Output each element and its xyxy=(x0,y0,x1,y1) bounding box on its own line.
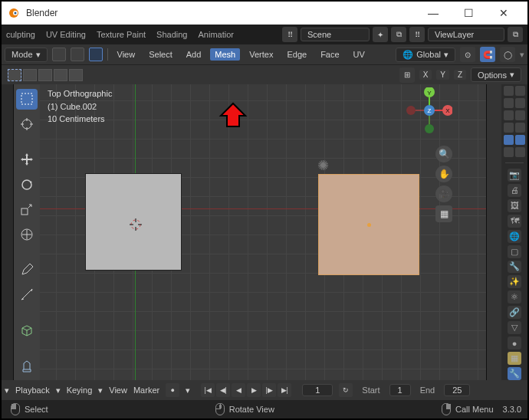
timeline-menu[interactable]: View xyxy=(109,386,127,395)
sel-face-icon[interactable] xyxy=(89,48,103,61)
prop-object-icon[interactable]: ▢ xyxy=(508,245,521,258)
autokey-icon[interactable]: ● xyxy=(166,383,179,397)
n-panel-toggle[interactable] xyxy=(486,84,501,380)
restrict-icon[interactable] xyxy=(504,110,514,120)
scene-field[interactable]: Scene xyxy=(307,30,331,39)
selmode-invert-icon[interactable] xyxy=(54,69,67,81)
restrict-icon[interactable] xyxy=(504,86,514,96)
restrict-icon[interactable] xyxy=(515,98,525,108)
propedit-icon[interactable]: ◯ xyxy=(500,47,515,62)
keyframe-prev-icon[interactable]: ◀| xyxy=(216,383,230,397)
prop-modifiers-icon[interactable]: 🔧 xyxy=(508,261,521,274)
transport-icon[interactable]: ↻ xyxy=(339,383,353,397)
ws-tab[interactable]: Shading xyxy=(156,30,187,39)
restrict-icon[interactable] xyxy=(504,123,514,133)
region-toggle-left[interactable] xyxy=(2,84,14,380)
minimize-button[interactable]: — xyxy=(416,2,451,25)
prop-world-icon[interactable]: 🌐 xyxy=(508,230,521,243)
prop-texture-icon[interactable]: ▦ xyxy=(508,352,521,365)
zoom-icon[interactable]: 🔍 xyxy=(435,146,452,162)
gizmo-vis-icon[interactable]: ⊞ xyxy=(399,67,415,83)
sel-vertex-icon[interactable] xyxy=(52,48,66,61)
jump-start-icon[interactable]: |◀ xyxy=(201,383,215,397)
axis-y-button[interactable]: Y xyxy=(436,70,449,80)
tool-annotate[interactable] xyxy=(16,260,38,281)
orientation-dropdown[interactable]: 🌐 Global ▾ xyxy=(396,48,455,62)
prop-constraints-icon[interactable]: 🔗 xyxy=(508,306,521,319)
tool-move[interactable] xyxy=(16,149,38,170)
browse-layer-icon[interactable]: ⠿ xyxy=(409,27,425,42)
menu-vertex[interactable]: Vertex xyxy=(245,48,278,61)
camera-view-icon[interactable]: 🎥 xyxy=(435,185,452,202)
copy-layer-icon[interactable]: ⧉ xyxy=(508,27,523,42)
pan-icon[interactable]: ✋ xyxy=(435,166,452,182)
snap-icon[interactable]: 🧲 xyxy=(480,47,495,62)
timeline-menu[interactable]: Keying xyxy=(67,386,93,395)
ws-tab[interactable]: UV Editing xyxy=(46,30,86,39)
tool-measure[interactable] xyxy=(16,284,38,305)
perspective-toggle-icon[interactable]: ▦ xyxy=(435,205,452,222)
restrict-icon[interactable] xyxy=(515,147,525,157)
ws-tab[interactable]: Texture Paint xyxy=(97,30,146,39)
menu-view[interactable]: View xyxy=(113,48,140,61)
tool-add-cube[interactable] xyxy=(16,320,38,340)
mode-dropdown[interactable]: Mode ▾ xyxy=(5,48,48,62)
selmode-new-icon[interactable] xyxy=(8,69,21,81)
selmode-intersect-icon[interactable] xyxy=(69,69,83,81)
ws-tab[interactable]: culpting xyxy=(6,30,35,39)
viewlayer-field[interactable]: ViewLayer xyxy=(435,30,474,39)
ws-tab[interactable]: Animatior xyxy=(198,30,233,39)
light-icon[interactable]: ✺ xyxy=(317,157,329,174)
frame-field[interactable]: 1 xyxy=(302,384,333,396)
object-cube-2[interactable] xyxy=(318,174,419,275)
pivot-icon[interactable]: ⊙ xyxy=(460,47,475,62)
tool-extrude[interactable] xyxy=(16,355,38,376)
tool-cursor[interactable] xyxy=(16,114,38,135)
axis-x-button[interactable]: X xyxy=(419,70,432,80)
axis-z-button[interactable]: Z xyxy=(454,70,466,80)
menu-add[interactable]: Add xyxy=(182,48,206,61)
restrict-icon[interactable] xyxy=(504,98,514,108)
close-button[interactable]: ✕ xyxy=(486,2,521,25)
prop-scene-icon[interactable]: 🗺 xyxy=(508,215,521,228)
tool-transform[interactable] xyxy=(16,224,38,244)
menu-mesh[interactable]: Mesh xyxy=(210,48,240,61)
start-field[interactable]: 1 xyxy=(389,384,411,396)
prop-active-tool-icon[interactable]: 🔧 xyxy=(508,367,521,380)
restrict-icon[interactable] xyxy=(515,86,525,96)
restrict-icon[interactable] xyxy=(515,110,525,120)
timeline-menu[interactable]: Playback xyxy=(15,386,50,395)
restrict-icon[interactable] xyxy=(515,135,525,145)
end-field[interactable]: 25 xyxy=(444,384,470,396)
prop-render-icon[interactable]: 📷 xyxy=(508,169,521,182)
options-dropdown[interactable]: Options ▾ xyxy=(471,67,521,82)
prop-particles-icon[interactable]: ✨ xyxy=(508,275,521,288)
play-icon[interactable]: ▶ xyxy=(247,383,261,397)
keyframe-next-icon[interactable]: |▶ xyxy=(262,383,276,397)
viewport-3d[interactable]: Top Orthographic (1) Cube.002 10 Centime… xyxy=(40,84,486,380)
sel-edge-icon[interactable] xyxy=(71,48,84,61)
restrict-icon[interactable] xyxy=(504,147,514,157)
prop-material-icon[interactable]: ● xyxy=(508,336,521,349)
menu-select[interactable]: Select xyxy=(144,48,177,61)
menu-edge[interactable]: Edge xyxy=(282,48,311,61)
selmode-subtract-icon[interactable] xyxy=(38,69,52,81)
restrict-icon[interactable] xyxy=(515,123,525,133)
restrict-icon[interactable] xyxy=(504,135,514,145)
tool-scale[interactable] xyxy=(16,199,38,220)
menu-face[interactable]: Face xyxy=(316,48,343,61)
play-reverse-icon[interactable]: ◀ xyxy=(232,383,245,397)
selmode-extend-icon[interactable] xyxy=(23,69,37,81)
menu-uv[interactable]: UV xyxy=(349,48,370,61)
tool-rotate[interactable] xyxy=(16,174,38,195)
jump-end-icon[interactable]: ▶| xyxy=(278,383,291,397)
prop-mesh-icon[interactable]: ▽ xyxy=(508,321,521,334)
prop-output-icon[interactable]: 🖨 xyxy=(508,184,521,197)
tool-select-box[interactable] xyxy=(16,89,38,110)
nav-gizmo[interactable]: Y X Z xyxy=(406,87,452,133)
maximize-button[interactable]: ☐ xyxy=(451,2,486,25)
copy-scene-icon[interactable]: ⧉ xyxy=(391,27,406,42)
timeline-menu[interactable]: Marker xyxy=(133,386,159,395)
pin-icon[interactable]: ✦ xyxy=(373,27,388,42)
prop-physics-icon[interactable]: ⚛ xyxy=(508,290,521,304)
